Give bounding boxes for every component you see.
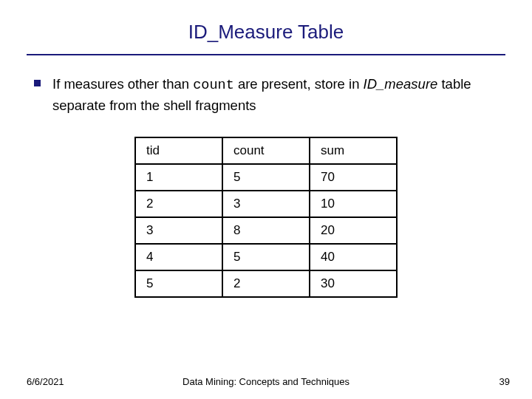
cell: 5 [135, 270, 222, 297]
cell: 20 [310, 217, 397, 244]
table-row: 1 5 70 [135, 164, 397, 191]
bullet-text: If measures other than count are present… [52, 75, 505, 116]
table-container: tid count sum 1 5 70 2 3 10 3 8 20 4 5 [27, 137, 505, 298]
slide-footer: 6/6/2021 Data Mining: Concepts and Techn… [0, 376, 532, 387]
cell: 30 [310, 270, 397, 297]
cell: 5 [222, 244, 310, 270]
cell: 4 [135, 244, 222, 270]
slide-title: ID_Measure Table [27, 21, 505, 44]
square-bullet-icon [34, 80, 41, 86]
table-row: 5 2 30 [135, 270, 397, 297]
header-count: count [222, 137, 310, 164]
bullet-code: count [193, 78, 234, 93]
cell: 40 [310, 244, 397, 270]
table-header-row: tid count sum [135, 137, 397, 164]
bullet-prefix: If measures other than [52, 76, 193, 92]
bullet-item: If measures other than count are present… [34, 75, 505, 116]
slide: ID_Measure Table If measures other than … [0, 0, 532, 399]
footer-title: Data Mining: Concepts and Techniques [183, 376, 349, 387]
table-row: 4 5 40 [135, 244, 397, 270]
footer-page-number: 39 [499, 376, 510, 387]
cell: 2 [135, 191, 222, 217]
cell: 2 [222, 270, 310, 297]
cell: 5 [222, 164, 310, 191]
cell: 1 [135, 164, 222, 191]
table-row: 2 3 10 [135, 191, 397, 217]
cell: 3 [222, 191, 310, 217]
bullet-italic: ID_measure [364, 76, 438, 92]
header-tid: tid [135, 137, 222, 164]
cell: 10 [310, 191, 397, 217]
header-sum: sum [310, 137, 397, 164]
footer-date: 6/6/2021 [27, 376, 64, 387]
cell: 8 [222, 217, 310, 244]
id-measure-table: tid count sum 1 5 70 2 3 10 3 8 20 4 5 [134, 137, 398, 298]
cell: 70 [310, 164, 397, 191]
table-row: 3 8 20 [135, 217, 397, 244]
cell: 3 [135, 217, 222, 244]
title-divider [27, 54, 505, 55]
bullet-mid: are present, store in [234, 76, 364, 92]
